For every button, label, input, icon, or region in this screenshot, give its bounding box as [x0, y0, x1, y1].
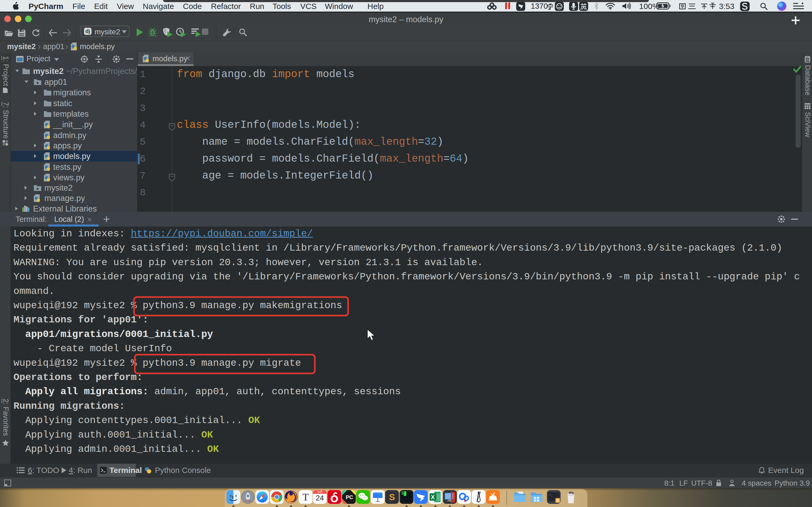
svg-text:PC: PC: [346, 494, 353, 500]
svg-text:X: X: [431, 494, 435, 500]
